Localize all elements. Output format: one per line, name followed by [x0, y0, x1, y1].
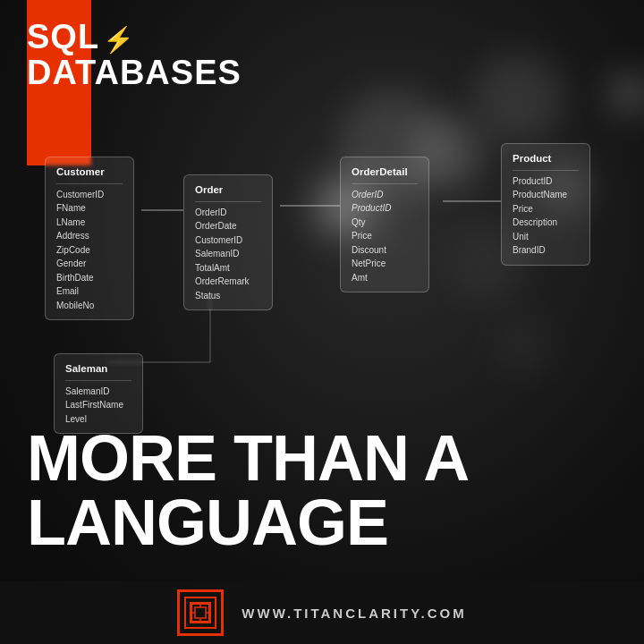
order-field-1: OrderID	[195, 206, 261, 220]
headline: SQL⚡ DATABASES	[27, 20, 242, 91]
order-title: Order	[195, 182, 261, 202]
order-field-6: OrderRemark	[195, 275, 261, 289]
product-field-3: Price	[513, 202, 579, 216]
svg-rect-5	[191, 604, 209, 622]
orderdetail-field-1: OrderID	[352, 188, 418, 202]
customer-field-8: Email	[56, 284, 123, 299]
customer-field-3: LName	[56, 216, 123, 230]
customer-field-6: Gender	[56, 257, 123, 271]
orderdetail-field-6: NetPrice	[352, 257, 418, 271]
orderdetail-field-3: Qty	[352, 216, 418, 230]
tagline-line1: MORE THAN A	[27, 426, 469, 490]
product-field-2: ProductName	[513, 188, 579, 202]
customer-field-9: MobileNo	[56, 299, 123, 313]
orderdetail-field-4: Price	[352, 229, 418, 243]
customer-field-2: FName	[56, 201, 123, 216]
tagline-line2: LANGUAGE	[27, 490, 469, 555]
table-product: Product ProductID ProductName Price Desc…	[501, 143, 590, 266]
logo-box	[177, 589, 224, 636]
product-field-5: Unit	[513, 230, 579, 244]
headline-databases: DATABASES	[27, 55, 242, 91]
product-title: Product	[513, 151, 579, 171]
logo-inner	[184, 597, 216, 629]
customer-title: Customer	[56, 165, 123, 184]
footer: WWW.TITANCLARITY.COM	[0, 581, 644, 644]
product-field-6: BrandID	[513, 243, 579, 258]
order-field-3: CustomerID	[195, 233, 261, 248]
main-container: SQL⚡ DATABASES Customer CustomerID FName…	[0, 0, 644, 644]
order-field-4: SalemanID	[195, 247, 261, 261]
order-field-2: OrderDate	[195, 219, 261, 233]
table-orderdetail: OrderDetail OrderID ProductID Qty Price …	[340, 157, 429, 292]
product-field-1: ProductID	[513, 174, 579, 189]
orderdetail-field-2: ProductID	[352, 201, 418, 216]
table-order: Order OrderID OrderDate CustomerID Salem…	[183, 174, 273, 310]
website-url: WWW.TITANCLARITY.COM	[242, 606, 466, 621]
product-field-4: Description	[513, 216, 579, 230]
saleman-field-2: LastFirstName	[65, 398, 131, 412]
orderdetail-title: OrderDetail	[352, 165, 418, 184]
svg-rect-6	[195, 607, 206, 618]
order-field-7: Status	[195, 289, 261, 303]
orderdetail-field-5: Discount	[352, 243, 418, 258]
customer-field-7: BirthDate	[56, 271, 123, 285]
headline-sql: SQL	[27, 18, 99, 55]
bolt-icon: ⚡	[103, 26, 135, 54]
main-tagline: MORE THAN A LANGUAGE	[27, 426, 469, 555]
saleman-field-1: SalemanID	[65, 385, 131, 399]
orderdetail-field-7: Amt	[352, 271, 418, 285]
order-field-5: TotalAmt	[195, 261, 261, 275]
logo-icon	[190, 602, 211, 623]
bokeh-3	[474, 54, 564, 143]
table-customer: Customer CustomerID FName LName Address …	[45, 157, 134, 320]
saleman-title: Saleman	[65, 361, 131, 381]
customer-field-5: ZipCode	[56, 243, 123, 258]
customer-field-1: CustomerID	[56, 188, 123, 202]
customer-field-4: Address	[56, 229, 123, 243]
